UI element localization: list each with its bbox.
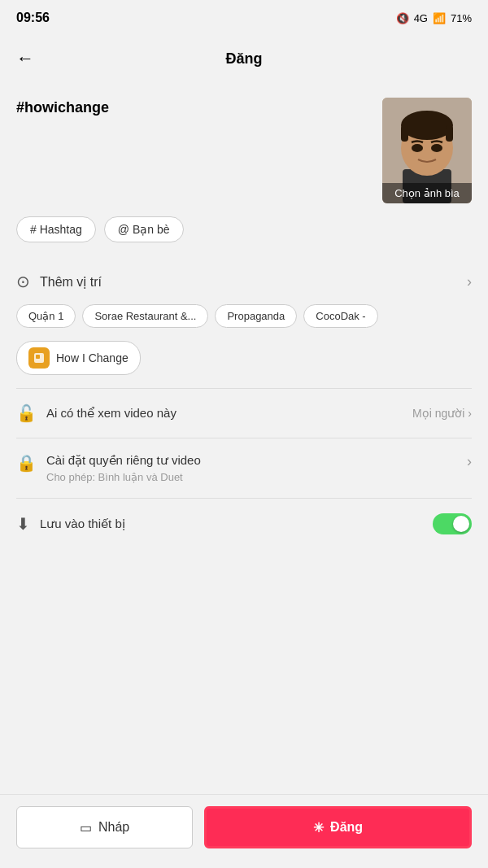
svg-rect-10 [36, 355, 40, 359]
loc-tag-0[interactable]: Quận 1 [16, 304, 76, 328]
page-title: Đăng [226, 50, 263, 68]
tag-row: # Hashtag @ Bạn bè [16, 216, 472, 242]
location-row[interactable]: ⊙ Thêm vị trí › [16, 259, 472, 304]
save-toggle[interactable] [433, 513, 472, 534]
cover-label[interactable]: Chọn ảnh bìa [382, 183, 472, 203]
who-can-view-left: 🔓 Ai có thể xem video này [16, 403, 176, 423]
who-can-view-text: Mọi người [412, 407, 464, 420]
account-tag[interactable]: How I Change [16, 341, 141, 375]
status-bar: 09:56 🔇 4G 📶 71% [0, 0, 488, 36]
svg-rect-6 [446, 125, 453, 142]
privacy-settings-text: Cài đặt quyền riêng tư video Cho phép: B… [46, 453, 201, 483]
location-chevron: › [467, 273, 472, 290]
main-content: #howichange [0, 81, 488, 549]
status-time: 09:56 [16, 11, 50, 25]
video-section: #howichange [16, 81, 472, 216]
mention-button[interactable]: @ Bạn bè [104, 216, 184, 242]
signal-icon: 📶 [433, 12, 446, 24]
privacy-settings-left: 🔒 Cài đặt quyền riêng tư video Cho phép:… [16, 453, 201, 483]
draft-label: Nháp [98, 820, 129, 835]
location-icon: ⊙ [16, 272, 30, 291]
save-left: ⬇ Lưu vào thiết bị [16, 514, 125, 534]
video-hashtag[interactable]: #howichange [16, 98, 382, 118]
privacy-settings-chevron: › [467, 453, 472, 470]
who-can-view-value: Mọi người › [412, 407, 472, 420]
loc-tag-2[interactable]: Propaganda [215, 304, 297, 328]
svg-point-8 [431, 144, 442, 152]
draft-button[interactable]: ▭ Nháp [16, 806, 193, 848]
privacy-settings-sub: Cho phép: Bình luận và Duet [46, 471, 201, 483]
lock-open-icon: 🔓 [16, 403, 37, 423]
location-left: ⊙ Thêm vị trí [16, 272, 102, 291]
who-can-view-label: Ai có thể xem video này [46, 406, 176, 421]
back-button[interactable]: ← [16, 48, 34, 69]
location-tags: Quận 1 Sorae Restaurant &... Propaganda … [16, 304, 472, 328]
battery-icon: 71% [451, 12, 472, 24]
hashtag-button[interactable]: # Hashtag [16, 216, 96, 242]
save-label: Lưu vào thiết bị [40, 517, 125, 531]
account-icon [28, 347, 50, 369]
svg-point-4 [401, 111, 453, 140]
lock-icon: 🔒 [16, 453, 37, 473]
loc-tag-1[interactable]: Sorae Restaurant &... [82, 304, 208, 328]
bottom-section: ▭ Nháp ✳ Đăng [0, 794, 488, 868]
who-can-view-chevron: › [468, 407, 472, 420]
cover-container[interactable]: Chọn ảnh bìa [382, 98, 472, 203]
mute-icon: 🔇 [396, 12, 409, 24]
svg-point-7 [412, 144, 423, 152]
who-can-view-row[interactable]: 🔓 Ai có thể xem video này Mọi người › [16, 388, 472, 438]
post-button[interactable]: ✳ Đăng [204, 806, 472, 848]
account-label: How I Change [56, 351, 129, 364]
save-row: ⬇ Lưu vào thiết bị [16, 498, 472, 549]
post-icon: ✳ [313, 820, 324, 835]
loc-tag-3[interactable]: CocoDak - [303, 304, 377, 328]
privacy-settings-row[interactable]: 🔒 Cài đặt quyền riêng tư video Cho phép:… [16, 438, 472, 498]
network-icon: 4G [414, 12, 428, 24]
privacy-settings-title: Cài đặt quyền riêng tư video [46, 453, 201, 468]
svg-rect-5 [401, 125, 408, 142]
draft-icon: ▭ [80, 820, 92, 835]
header: ← Đăng [0, 36, 488, 81]
download-icon: ⬇ [16, 514, 30, 534]
post-label: Đăng [330, 820, 363, 835]
location-label: Thêm vị trí [40, 274, 102, 290]
status-icons: 🔇 4G 📶 71% [396, 12, 472, 24]
